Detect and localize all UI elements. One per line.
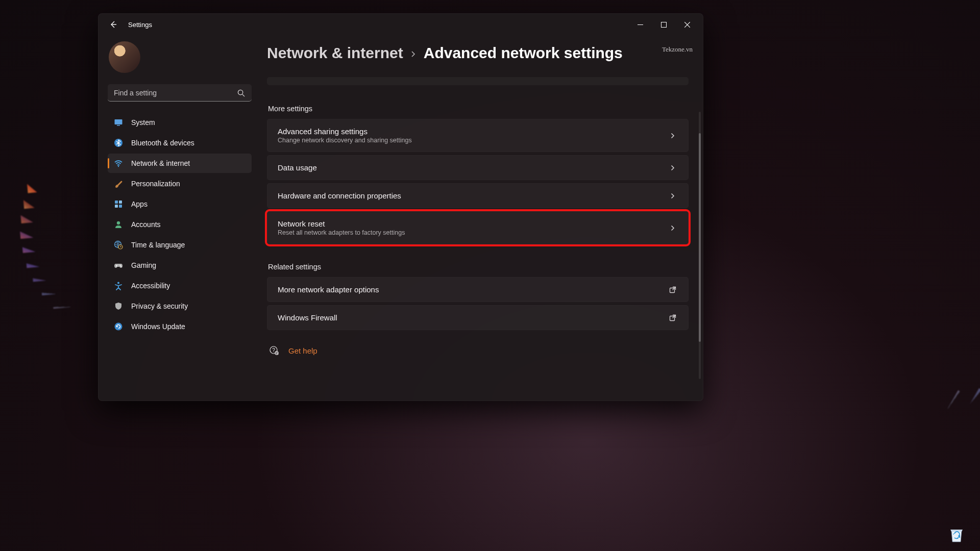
maximize-icon xyxy=(661,22,667,28)
svg-point-14 xyxy=(120,266,121,267)
open-external-icon xyxy=(668,314,678,321)
setting-text: Hardware and connection properties xyxy=(278,191,668,200)
setting-title: More network adapter options xyxy=(278,285,668,294)
maximize-button[interactable] xyxy=(652,15,675,34)
wifi-icon xyxy=(114,159,123,168)
sidebar-item-accounts[interactable]: Accounts xyxy=(108,215,252,234)
sidebar: SystemBluetooth & devicesNetwork & inter… xyxy=(99,35,257,400)
sidebar-item-windows-update[interactable]: Windows Update xyxy=(108,317,252,336)
minimize-button[interactable] xyxy=(628,15,652,34)
sidebar-item-label: Gaming xyxy=(131,261,156,269)
chevron-right-icon xyxy=(668,193,678,199)
sidebar-item-label: Accounts xyxy=(131,220,161,229)
arrow-left-icon xyxy=(109,20,117,29)
svg-point-16 xyxy=(115,323,122,331)
open-external-icon xyxy=(668,286,678,293)
close-button[interactable] xyxy=(675,15,699,34)
svg-rect-9 xyxy=(119,205,122,208)
breadcrumb: Network & internet Advanced network sett… xyxy=(267,44,689,62)
setting-row-hardware-and-connection-properties[interactable]: Hardware and connection properties xyxy=(267,183,689,208)
setting-row-advanced-sharing-settings[interactable]: Advanced sharing settingsChange network … xyxy=(267,119,689,152)
avatar[interactable] xyxy=(109,41,140,73)
setting-title: Data usage xyxy=(278,163,668,172)
section-title-more-settings: More settings xyxy=(268,105,689,113)
sidebar-item-label: Apps xyxy=(131,200,148,208)
app-title: Settings xyxy=(128,21,152,29)
chevron-right-icon xyxy=(668,225,678,231)
globe-clock-icon xyxy=(114,240,123,249)
sidebar-item-label: Bluetooth & devices xyxy=(131,139,194,147)
setting-text: Advanced sharing settingsChange network … xyxy=(278,127,668,144)
apps-icon xyxy=(114,199,123,209)
titlebar: Settings xyxy=(99,14,703,35)
search-input[interactable] xyxy=(108,84,252,102)
sidebar-item-time-language[interactable]: Time & language xyxy=(108,235,252,255)
sidebar-item-bluetooth-devices[interactable]: Bluetooth & devices xyxy=(108,133,252,153)
svg-point-10 xyxy=(117,221,120,224)
setting-text: Windows Firewall xyxy=(278,313,668,322)
bluetooth-icon xyxy=(114,138,123,147)
chevron-right-icon xyxy=(410,51,416,57)
minimize-icon xyxy=(638,22,643,28)
setting-row-more-network-adapter-options[interactable]: More network adapter options xyxy=(267,277,689,302)
get-help-row[interactable]: ? Get help xyxy=(267,345,689,356)
setting-text: Network resetReset all network adapters … xyxy=(278,219,668,236)
wallpaper-decor-right xyxy=(739,267,980,551)
setting-text: Data usage xyxy=(278,163,668,172)
content-area: Network & internet Advanced network sett… xyxy=(257,35,703,400)
sidebar-item-apps[interactable]: Apps xyxy=(108,194,252,214)
setting-row-data-usage[interactable]: Data usage xyxy=(267,155,689,180)
sidebar-item-label: Personalization xyxy=(131,180,180,188)
setting-row-windows-firewall[interactable]: Windows Firewall xyxy=(267,305,689,330)
settings-window: Tekzone.vn Settings xyxy=(98,13,703,401)
sidebar-item-label: Windows Update xyxy=(131,322,185,331)
recycle-bin[interactable] xyxy=(945,522,968,545)
svg-rect-8 xyxy=(115,205,118,208)
svg-point-15 xyxy=(117,282,119,284)
brush-icon xyxy=(114,179,123,188)
monitor-icon xyxy=(114,118,123,127)
search-button[interactable] xyxy=(233,84,249,102)
sidebar-item-personalization[interactable]: Personalization xyxy=(108,174,252,193)
sidebar-item-system[interactable]: System xyxy=(108,113,252,132)
person-icon xyxy=(114,220,123,229)
setting-title: Network reset xyxy=(278,219,668,228)
back-button[interactable] xyxy=(103,14,124,35)
svg-point-13 xyxy=(120,265,121,266)
svg-text:?: ? xyxy=(272,347,275,353)
chevron-right-icon xyxy=(668,165,678,171)
sidebar-item-network-internet[interactable]: Network & internet xyxy=(108,154,252,173)
update-icon xyxy=(114,322,123,331)
accessibility-icon xyxy=(114,281,123,290)
partial-row-top[interactable] xyxy=(267,77,689,85)
sidebar-item-label: Privacy & security xyxy=(131,302,188,310)
setting-title: Advanced sharing settings xyxy=(278,127,668,136)
gamepad-icon xyxy=(114,261,123,270)
nav-list: SystemBluetooth & devicesNetwork & inter… xyxy=(108,113,252,336)
sidebar-item-gaming[interactable]: Gaming xyxy=(108,256,252,275)
svg-rect-6 xyxy=(115,201,118,204)
recycle-bin-icon xyxy=(946,523,967,544)
sidebar-item-label: System xyxy=(131,118,155,127)
svg-rect-7 xyxy=(119,201,122,204)
setting-title: Hardware and connection properties xyxy=(278,191,668,200)
sidebar-item-accessibility[interactable]: Accessibility xyxy=(108,276,252,295)
svg-rect-2 xyxy=(115,119,122,124)
window-controls xyxy=(628,15,699,34)
svg-point-5 xyxy=(118,166,119,167)
chevron-right-icon xyxy=(668,133,678,139)
close-icon xyxy=(684,22,690,28)
setting-text: More network adapter options xyxy=(278,285,668,294)
sidebar-item-label: Accessibility xyxy=(131,282,170,290)
scrollbar-track[interactable] xyxy=(699,112,701,379)
shield-icon xyxy=(114,302,123,311)
setting-sub: Reset all network adapters to factory se… xyxy=(278,229,668,236)
svg-rect-0 xyxy=(661,22,666,27)
breadcrumb-parent[interactable]: Network & internet xyxy=(267,44,403,62)
search-icon xyxy=(237,89,245,97)
setting-row-network-reset[interactable]: Network resetReset all network adapters … xyxy=(267,211,689,244)
get-help-link[interactable]: Get help xyxy=(288,346,317,355)
sidebar-item-label: Time & language xyxy=(131,241,185,249)
sidebar-item-privacy-security[interactable]: Privacy & security xyxy=(108,296,252,316)
scrollbar-thumb[interactable] xyxy=(699,133,701,342)
